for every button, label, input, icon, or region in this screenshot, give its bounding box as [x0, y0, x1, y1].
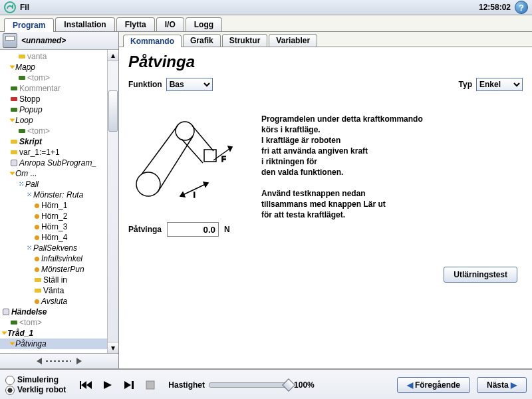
svg-rect-24 [146, 381, 154, 389]
tree-node[interactable]: MönsterPun [0, 264, 118, 275]
svg-point-5 [176, 122, 194, 140]
tree-scrollbar[interactable]: ▴ ▾ [107, 50, 118, 353]
program-title: <unnamed> [21, 36, 66, 45]
tree-node[interactable]: Stopp [0, 94, 118, 104]
subtab-grafik[interactable]: Grafik [183, 34, 221, 47]
program-tree[interactable]: ▴ ▾ vantaMapp<tom>KommentarStoppPopupLoo… [0, 50, 118, 353]
tab-io[interactable]: I/O [156, 17, 184, 31]
funktion-label: Funktion [128, 80, 162, 89]
tree-node[interactable]: Händelse [0, 307, 118, 317]
svg-marker-15 [203, 182, 208, 187]
subtab-variabler[interactable]: Variabler [269, 34, 317, 47]
ur-logo-icon [4, 1, 16, 13]
rewind-icon[interactable] [79, 378, 94, 392]
tree-node[interactable]: var_1:=1+1 [0, 147, 118, 158]
tree-node[interactable]: Vänta [0, 285, 118, 296]
tree-node[interactable]: Påtvinga [0, 338, 118, 349]
tree-node[interactable]: Hörn_3 [0, 221, 118, 232]
svg-line-8 [192, 126, 213, 151]
next-button[interactable]: Nästa ▶ [477, 377, 527, 393]
scroll-up-icon[interactable]: ▴ [108, 50, 118, 61]
svg-marker-12 [228, 146, 232, 151]
speed-value: 100% [294, 380, 315, 390]
scroll-thumb[interactable] [108, 90, 118, 132]
description-text: Programdelen under detta kraftkommandokö… [261, 111, 423, 237]
tree-node[interactable]: Kommentar [0, 83, 118, 94]
force-label: Påtvinga [128, 225, 162, 234]
tree-node[interactable]: Mapp [0, 62, 118, 72]
svg-marker-22 [124, 381, 131, 389]
speed-label: Hastighet [168, 380, 205, 390]
tree-node[interactable]: Avsluta [0, 296, 118, 307]
svg-marker-19 [86, 381, 92, 389]
real-radio[interactable] [5, 386, 15, 395]
svg-marker-3 [76, 358, 82, 364]
play-icon[interactable] [100, 378, 115, 392]
force-input[interactable] [167, 222, 219, 237]
save-icon[interactable] [3, 33, 17, 48]
tree-h-scroll[interactable] [0, 353, 118, 368]
svg-line-6 [142, 126, 178, 174]
svg-marker-16 [180, 192, 185, 197]
teach-test-button[interactable]: Utlärningstest [444, 267, 517, 283]
svg-line-9 [182, 139, 203, 163]
real-label: Verklig robot [17, 385, 66, 395]
clock: 12:58:02 [479, 3, 511, 12]
tree-node[interactable]: Loop [0, 115, 118, 126]
svg-marker-21 [104, 381, 112, 389]
tree-node[interactable]: Tråd_1 [0, 328, 118, 338]
tab-logg[interactable]: Logg [186, 17, 222, 31]
tree-node[interactable]: ⁙Pall [0, 179, 118, 190]
force-unit: N [224, 225, 230, 234]
tab-program[interactable]: Program [4, 18, 54, 32]
tree-node[interactable]: <tom> [0, 126, 118, 136]
tree-node[interactable]: Anropa SubProgram_ [0, 158, 118, 168]
tab-flytta[interactable]: Flytta [116, 17, 155, 31]
typ-select[interactable]: Enkel [476, 78, 523, 91]
svg-marker-18 [81, 381, 86, 389]
svg-text:F: F [221, 155, 226, 163]
file-menu[interactable]: Fil [20, 3, 29, 12]
speed-slider[interactable] [209, 382, 290, 388]
sub-tab-bar: Kommando Grafik Struktur Variabler [119, 32, 532, 47]
tree-node[interactable]: Hörn_4 [0, 232, 118, 243]
tree-node[interactable]: Popup [0, 104, 118, 115]
tree-node[interactable]: ⁙PallSekvens [0, 243, 118, 253]
tree-node[interactable]: Om ... [0, 168, 118, 179]
svg-rect-23 [132, 381, 134, 389]
svg-marker-1 [37, 358, 42, 364]
tree-node[interactable]: Skript [0, 136, 118, 147]
tree-node[interactable]: ⁙Mönster: Ruta [0, 190, 118, 200]
subtab-struktur[interactable]: Struktur [222, 34, 268, 47]
force-diagram-icon: F l [128, 111, 248, 217]
sim-radio[interactable] [5, 376, 15, 385]
tree-node[interactable]: Hörn_2 [0, 211, 118, 221]
funktion-select[interactable]: Bas [166, 78, 213, 91]
subtab-kommando[interactable]: Kommando [123, 35, 182, 47]
typ-label: Typ [459, 80, 472, 89]
svg-rect-20 [80, 381, 81, 389]
tree-node[interactable]: Infallsvinkel [0, 253, 118, 264]
tree-node[interactable]: <tom> [0, 317, 118, 328]
help-icon[interactable]: ? [515, 1, 528, 14]
stop-icon[interactable] [143, 378, 158, 392]
tab-installation[interactable]: Installation [55, 17, 114, 31]
page-title: Påtvinga [128, 53, 523, 71]
prev-button[interactable]: ◀ Föregående [397, 377, 470, 393]
svg-point-4 [136, 172, 160, 196]
sim-label: Simulering [17, 375, 59, 385]
tree-node[interactable]: vanta [0, 51, 118, 62]
scroll-down-icon[interactable]: ▾ [108, 342, 118, 353]
svg-text:l: l [194, 191, 195, 199]
main-tab-bar: Program Installation Flytta I/O Logg [0, 15, 532, 31]
step-icon[interactable] [122, 378, 136, 392]
tree-node[interactable]: Ställ in [0, 275, 118, 285]
svg-point-0 [5, 2, 15, 13]
tree-node[interactable]: Hörn_1 [0, 200, 118, 211]
tree-node[interactable]: <tom> [0, 72, 118, 83]
